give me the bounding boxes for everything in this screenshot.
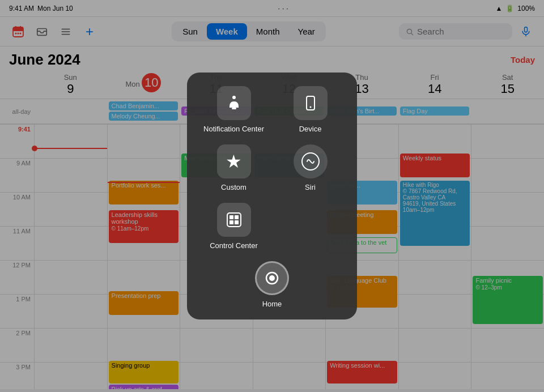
- custom-label: Custom: [221, 183, 246, 191]
- svg-rect-20: [227, 213, 241, 227]
- shortcut-device[interactable]: Device: [275, 86, 346, 133]
- custom-icon: ★: [217, 144, 251, 178]
- siri-icon: [294, 144, 328, 178]
- svg-rect-21: [230, 215, 233, 219]
- control-center-label: Control Center: [210, 241, 258, 250]
- svg-rect-22: [235, 215, 239, 219]
- svg-point-15: [232, 96, 236, 99]
- shortcut-custom[interactable]: ★ Custom: [198, 144, 269, 191]
- control-center-icon: [217, 203, 251, 237]
- device-icon: [294, 86, 328, 120]
- device-label: Device: [299, 125, 322, 133]
- svg-rect-23: [230, 220, 233, 224]
- home-icon: [255, 261, 289, 295]
- shortcut-modal: Notification Center Device ★ Custom: [187, 73, 357, 319]
- shortcut-notification-center[interactable]: Notification Center: [198, 86, 269, 133]
- shortcut-control-center[interactable]: Control Center: [198, 203, 269, 250]
- notification-center-label: Notification Center: [203, 125, 264, 133]
- shortcut-overlay: Notification Center Device ★ Custom: [0, 0, 544, 392]
- svg-point-18: [309, 106, 311, 108]
- siri-label: Siri: [305, 183, 316, 191]
- shortcut-home[interactable]: Home: [198, 261, 346, 308]
- shortcut-siri[interactable]: Siri: [275, 144, 346, 191]
- svg-rect-16: [232, 108, 236, 109]
- home-label: Home: [262, 300, 282, 308]
- svg-rect-24: [235, 220, 239, 224]
- svg-point-26: [269, 275, 275, 281]
- notification-center-icon: [217, 86, 251, 120]
